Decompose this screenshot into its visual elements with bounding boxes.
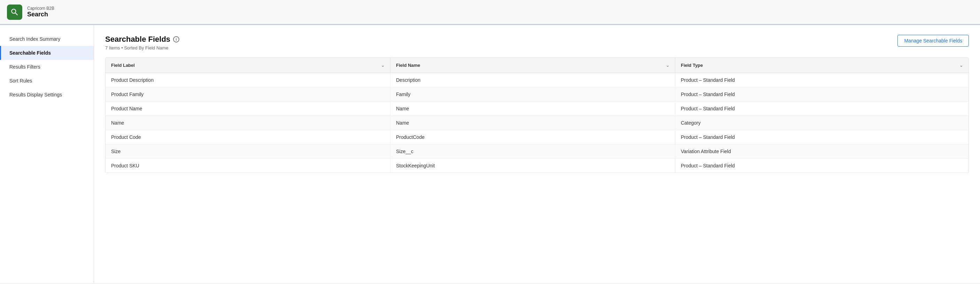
cell-field-label: Product Name	[105, 102, 390, 116]
sidebar-item-sort-rules[interactable]: Sort Rules	[0, 74, 94, 88]
col-header-field-label[interactable]: Field Label ⌄	[105, 58, 390, 73]
sort-icon-field-label: ⌄	[381, 63, 385, 68]
header-company: Capricorn B2B	[27, 6, 54, 11]
content-title-row: Searchable Fields i	[105, 35, 179, 44]
cell-field-label: Product Family	[105, 87, 390, 102]
info-icon[interactable]: i	[173, 36, 179, 43]
content-title-block: Searchable Fields i 7 Items • Sorted By …	[105, 35, 179, 51]
sort-icon-field-name: ⌄	[666, 63, 669, 68]
cell-field-type: Product – Standard Field	[675, 73, 969, 87]
app-header: Capricorn B2B Search	[0, 0, 980, 25]
sidebar: Search Index Summary Searchable Fields R…	[0, 25, 94, 283]
sidebar-item-search-index-summary[interactable]: Search Index Summary	[0, 32, 94, 46]
main-content: Searchable Fields i 7 Items • Sorted By …	[94, 25, 980, 283]
cell-field-name: Family	[390, 87, 675, 102]
cell-field-label: Size	[105, 144, 390, 159]
cell-field-name: Name	[390, 102, 675, 116]
cell-field-label: Product Code	[105, 130, 390, 144]
table-row: Product SKUStockKeepingUnitProduct – Sta…	[105, 159, 969, 173]
table-row: Product CodeProductCodeProduct – Standar…	[105, 130, 969, 144]
header-text-block: Capricorn B2B Search	[27, 6, 54, 18]
content-subtitle: 7 Items • Sorted By Field Name	[105, 45, 179, 51]
main-layout: Search Index Summary Searchable Fields R…	[0, 25, 980, 283]
cell-field-label: Name	[105, 116, 390, 130]
table-row: SizeSize__cVariation Attribute Field	[105, 144, 969, 159]
cell-field-name: ProductCode	[390, 130, 675, 144]
table-header-row: Field Label ⌄ Field Name ⌄	[105, 58, 969, 73]
table-row: NameNameCategory	[105, 116, 969, 130]
cell-field-type: Product – Standard Field	[675, 130, 969, 144]
table-row: Product NameNameProduct – Standard Field	[105, 102, 969, 116]
header-title: Search	[27, 11, 54, 18]
cell-field-label: Product SKU	[105, 159, 390, 173]
table-row: Product FamilyFamilyProduct – Standard F…	[105, 87, 969, 102]
sort-icon-field-type: ⌄	[959, 63, 963, 68]
col-header-field-name[interactable]: Field Name ⌄	[390, 58, 675, 73]
cell-field-name: Name	[390, 116, 675, 130]
cell-field-type: Variation Attribute Field	[675, 144, 969, 159]
cell-field-name: Size__c	[390, 144, 675, 159]
cell-field-type: Product – Standard Field	[675, 87, 969, 102]
table-row: Product DescriptionDescriptionProduct – …	[105, 73, 969, 87]
page-title: Searchable Fields	[105, 35, 170, 44]
cell-field-label: Product Description	[105, 73, 390, 87]
search-icon	[10, 8, 19, 17]
cell-field-type: Product – Standard Field	[675, 159, 969, 173]
cell-field-name: Description	[390, 73, 675, 87]
cell-field-name: StockKeepingUnit	[390, 159, 675, 173]
col-header-field-type[interactable]: Field Type ⌄	[675, 58, 969, 73]
sidebar-item-results-display-settings[interactable]: Results Display Settings	[0, 88, 94, 102]
app-logo	[7, 5, 22, 20]
cell-field-type: Product – Standard Field	[675, 102, 969, 116]
sidebar-item-results-filters[interactable]: Results Filters	[0, 60, 94, 74]
sidebar-item-searchable-fields[interactable]: Searchable Fields	[0, 46, 94, 60]
cell-field-type: Category	[675, 116, 969, 130]
content-header: Searchable Fields i 7 Items • Sorted By …	[105, 35, 969, 51]
searchable-fields-table: Field Label ⌄ Field Name ⌄	[105, 57, 969, 173]
manage-searchable-fields-button[interactable]: Manage Searchable Fields	[897, 35, 969, 47]
